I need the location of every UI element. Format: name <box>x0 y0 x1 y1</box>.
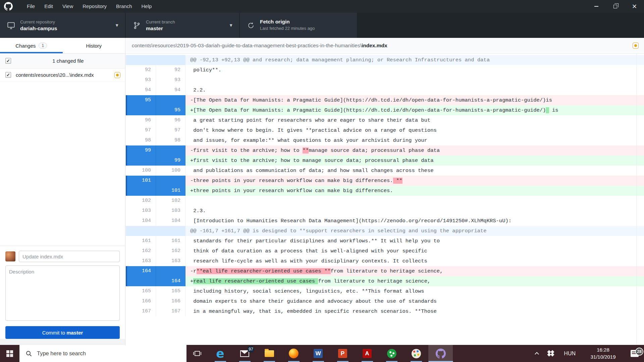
diff-row-context[interactable]: 162162 think of data curation as a proce… <box>126 246 644 256</box>
file-path-name: index.mdx <box>362 43 387 48</box>
taskbar-edge[interactable]: e <box>208 345 232 362</box>
scrollbar-track[interactable] <box>636 54 637 345</box>
diff-row-context[interactable]: 9393 <box>126 75 644 85</box>
clock-time: 16:28 <box>586 347 621 353</box>
taskbar-acrobat[interactable]: A <box>355 345 379 362</box>
file-checkbox[interactable]: ✓ <box>5 72 11 78</box>
git-branch-icon <box>132 21 141 29</box>
diff-row-context[interactable]: 100100 and publications as communication… <box>126 166 644 176</box>
sidebar: Changes 1 History ✓ 1 changed file ✓ con… <box>0 38 125 345</box>
close-icon: × <box>632 3 637 10</box>
palette-app-icon <box>412 349 421 358</box>
menu-edit[interactable]: Edit <box>40 0 58 13</box>
minimize-icon <box>594 6 598 7</box>
commit-button[interactable]: Commit to master <box>5 326 120 339</box>
diff-row-added[interactable]: 99+first visit to the archive; how to ma… <box>126 156 644 166</box>
tab-changes[interactable]: Changes 1 <box>0 38 63 53</box>
fetch-origin-button[interactable]: Fetch origin Last fetched 22 minutes ago <box>240 13 357 38</box>
diff-row-context[interactable]: 165165 including history, social science… <box>126 286 644 296</box>
taskbar-palette-app[interactable] <box>404 345 428 362</box>
repository-name: dariah-campus <box>20 25 57 32</box>
diff-row-context[interactable]: 9494 2.2. <box>126 85 644 95</box>
diff-row-removed[interactable]: 101-three points in your research workfl… <box>126 176 644 186</box>
taskbar-green-app[interactable] <box>379 345 404 362</box>
github-logo-icon <box>4 2 13 11</box>
start-button[interactable] <box>0 345 19 362</box>
close-button[interactable]: × <box>625 0 644 13</box>
diff-row-context[interactable]: 9696 a great starting point for research… <box>126 115 644 125</box>
dropbox-icon[interactable] <box>547 350 554 357</box>
diff-row-removed[interactable]: 95-[The Open Data for Humanists: a Pragm… <box>126 95 644 105</box>
diff-row-context[interactable]: 102102 <box>126 196 644 206</box>
menu-file[interactable]: File <box>22 0 40 13</box>
menu-repository[interactable]: Repository <box>78 0 111 13</box>
commit-button-branch: master <box>66 330 83 336</box>
windows-taskbar: Type here to search e 97 W P A HUN 16:28… <box>0 345 644 362</box>
taskbar-powerpoint[interactable]: P <box>330 345 355 362</box>
diff-row-added[interactable]: 95+[The Open Data for Humanists: a Pragm… <box>126 105 644 115</box>
changed-files-summary: 1 changed file <box>11 58 125 64</box>
branch-label: Current branch <box>146 19 175 24</box>
taskbar-word[interactable]: W <box>306 345 330 362</box>
tab-changes-label: Changes <box>15 43 36 49</box>
current-branch-button[interactable]: Current branch master ▼ <box>126 13 239 38</box>
diff-row-added[interactable]: 164+real life researcher-oriented use ca… <box>126 276 644 286</box>
sync-icon <box>247 21 255 29</box>
file-path-prefix: contents\resources\2019-05-03-dariah-gui… <box>132 43 362 48</box>
tray-expand-icon[interactable] <box>535 352 539 356</box>
menu-branch[interactable]: Branch <box>111 0 137 13</box>
modified-dot-icon <box>114 72 120 78</box>
notification-badge: 28 <box>635 348 643 356</box>
diff-row-context[interactable]: 166166 domain experts to share their gui… <box>126 296 644 306</box>
taskbar-mail[interactable]: 97 <box>232 345 257 362</box>
taskbar-firefox[interactable] <box>281 345 306 362</box>
diff-row-context[interactable]: 167167 in a meaningful way, that is, emb… <box>126 306 644 316</box>
branch-name: master <box>146 25 175 32</box>
task-view-icon <box>193 350 202 357</box>
diff-row-context[interactable]: 9797 don't know where to begin. It gives… <box>126 125 644 135</box>
diff-row-context[interactable]: 163163 research life-cycle as well as wi… <box>126 256 644 266</box>
taskbar-search[interactable]: Type here to search <box>19 345 186 362</box>
main-content: Changes 1 History ✓ 1 changed file ✓ con… <box>0 38 644 345</box>
taskbar-file-explorer[interactable] <box>257 345 281 362</box>
menu-view[interactable]: View <box>58 0 78 13</box>
modified-dot-icon <box>633 43 639 49</box>
minimize-button[interactable] <box>587 0 606 13</box>
tab-history[interactable]: History <box>63 38 125 53</box>
monitor-icon <box>7 21 15 30</box>
diff-row-context[interactable]: 104104 [Introduction to Humanities Resea… <box>126 216 644 226</box>
file-explorer-icon <box>265 350 274 357</box>
action-center-button[interactable]: 28 <box>625 350 644 357</box>
language-indicator[interactable]: HUN <box>564 351 576 357</box>
diff-row-removed[interactable]: 99-first visit to the archive; how to **… <box>126 145 644 156</box>
restore-icon <box>613 5 617 8</box>
chevron-down-icon: ▼ <box>115 23 119 28</box>
diff-row-context[interactable]: 9898 and issues, for example:** what que… <box>126 135 644 145</box>
diff-rows: @@ -92,13 +92,13 @@ and research; data m… <box>126 54 644 316</box>
taskbar-github-desktop[interactable] <box>428 345 453 362</box>
firefox-icon <box>289 349 299 358</box>
task-view-button[interactable] <box>186 345 208 362</box>
menu-help[interactable]: Help <box>137 0 157 13</box>
diff-row-context[interactable]: 103103 2.3. <box>126 206 644 216</box>
diff-panel: contents\resources\2019-05-03-dariah-gui… <box>126 38 644 345</box>
diff-row-context[interactable]: 161161 standards for their particular di… <box>126 236 644 246</box>
diff-row-removed[interactable]: 164-r**eal life researcher-oriented use … <box>126 266 644 276</box>
menubar: File Edit View Repository Branch Help <box>22 0 156 13</box>
diff-row-added[interactable]: 101+three points in your research workfl… <box>126 186 644 196</box>
changed-file-row[interactable]: ✓ contents\resources\20...\index.mdx <box>0 68 125 82</box>
tab-history-label: History <box>86 43 102 49</box>
avatar <box>5 251 15 261</box>
commit-form: Commit to master <box>0 246 125 345</box>
commit-description-input[interactable] <box>5 265 120 321</box>
diff-row-context[interactable]: 9292 policy**. <box>126 65 644 75</box>
taskbar-clock[interactable]: 16:28 31/10/2019 <box>586 347 621 360</box>
green-app-icon <box>387 349 396 358</box>
select-all-checkbox[interactable]: ✓ <box>5 58 11 64</box>
system-tray: HUN 16:28 31/10/2019 28 <box>531 345 644 362</box>
current-repository-button[interactable]: Current repository dariah-campus ▼ <box>0 13 125 38</box>
github-desktop-icon <box>436 349 446 359</box>
clock-date: 31/10/2019 <box>586 354 621 360</box>
commit-summary-input[interactable] <box>19 251 120 262</box>
restore-button[interactable] <box>606 0 625 13</box>
